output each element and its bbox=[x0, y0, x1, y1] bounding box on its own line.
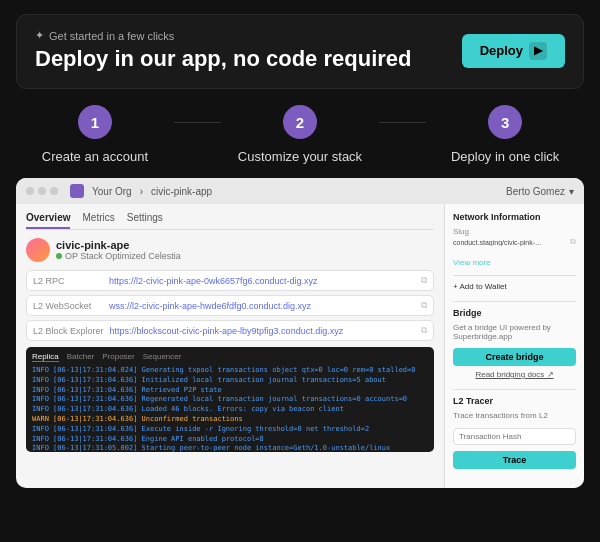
node-avatar bbox=[26, 238, 50, 262]
app-sidebar: Network Information Slug conduct.staging… bbox=[444, 204, 584, 488]
window-controls bbox=[26, 187, 58, 195]
tracer-section: L2 Tracer Trace transactions from L2 Tra… bbox=[453, 396, 576, 469]
terminal-tab-sequencer[interactable]: Sequencer bbox=[143, 352, 182, 362]
link-value-l2explorer[interactable]: https://blockscout-civic-pink-ape-lby9tp… bbox=[110, 326, 415, 336]
terminal-line: INFO [06-13|17:31:04.636] Regenerated lo… bbox=[32, 395, 428, 405]
app-content: Overview Metrics Settings civic-pink-ape… bbox=[16, 204, 584, 488]
topbar-chevron-icon: ▾ bbox=[569, 186, 574, 197]
topbar-org[interactable]: Your Org bbox=[92, 186, 132, 197]
node-details: civic-pink-ape OP Stack Optimized Celest… bbox=[56, 239, 181, 261]
copy-icon-l2wss[interactable]: ⧉ bbox=[421, 300, 427, 311]
terminal-tab-proposer[interactable]: Proposer bbox=[102, 352, 134, 362]
terminal-line: INFO [06-13|17:31:05.002] Starting peer-… bbox=[32, 444, 428, 452]
topbar-project[interactable]: civic-pink-app bbox=[151, 186, 212, 197]
copy-slug-icon[interactable]: ⧉ bbox=[570, 237, 576, 247]
step-1-label: Create an account bbox=[42, 149, 148, 164]
topbar-separator: › bbox=[140, 186, 143, 197]
link-row-l2wss: L2 WebSocket wss://l2-civic-pink-ape-hwd… bbox=[26, 295, 434, 316]
app-topbar: Your Org › civic-pink-app Berto Gomez ▾ bbox=[16, 178, 584, 204]
slug-value: conduct.staging/civic-pink-ape-hw4x5c9p … bbox=[453, 237, 576, 247]
tracer-section-title: L2 Tracer bbox=[453, 396, 576, 406]
app-tabs: Overview Metrics Settings bbox=[26, 212, 434, 230]
node-name: civic-pink-ape bbox=[56, 239, 181, 251]
tracer-description: Trace transactions from L2 bbox=[453, 411, 576, 420]
step-3-number: 3 bbox=[488, 105, 522, 139]
topbar-right: Berto Gomez ▾ bbox=[506, 186, 574, 197]
dot-yellow bbox=[38, 187, 46, 195]
terminal-line: WARN [06-13|17:31:04.636] Unconfirmed tr… bbox=[32, 415, 428, 425]
app-main: Overview Metrics Settings civic-pink-ape… bbox=[16, 204, 444, 488]
network-section-title: Network Information bbox=[453, 212, 576, 222]
link-label-l2explorer: L2 Block Explorer bbox=[33, 326, 104, 336]
copy-icon-l2rpc[interactable]: ⧉ bbox=[421, 275, 427, 286]
dot-red bbox=[26, 187, 34, 195]
slug-label: Slug bbox=[453, 227, 576, 236]
view-more-link[interactable]: View more bbox=[453, 258, 491, 267]
step-2: 2 Customize your stack bbox=[221, 105, 379, 164]
app-logo-icon bbox=[70, 184, 84, 198]
app-window: Your Org › civic-pink-app Berto Gomez ▾ … bbox=[16, 178, 584, 488]
terminal-line: INFO [06-13|17:31:04.636] Execute inside… bbox=[32, 425, 428, 435]
bridge-description: Get a bridge UI powered by Superbridge.a… bbox=[453, 323, 576, 341]
network-section: Network Information Slug conduct.staging… bbox=[453, 212, 576, 291]
terminal-line: INFO [06-13|17:31:04.636] Retrieved P2P … bbox=[32, 386, 428, 396]
read-bridging-link[interactable]: Read bridging docs ↗ bbox=[453, 370, 576, 379]
slug-field: Slug conduct.staging/civic-pink-ape-hw4x… bbox=[453, 227, 576, 247]
deploy-arrow-icon: ▶ bbox=[529, 42, 547, 60]
link-label-l2wss: L2 WebSocket bbox=[33, 301, 103, 311]
terminal-tabs: Replica Batcher Proposer Sequencer bbox=[32, 352, 428, 362]
deploy-button[interactable]: Deploy ▶ bbox=[462, 34, 565, 68]
terminal-tab-batcher[interactable]: Batcher bbox=[67, 352, 95, 362]
link-row-l2explorer: L2 Block Explorer https://blockscout-civ… bbox=[26, 320, 434, 341]
banner-subtitle: ✦ Get started in a few clicks bbox=[35, 29, 412, 42]
trace-button[interactable]: Trace bbox=[453, 451, 576, 469]
terminal-line: INFO [06-13|17:31:04.024] Generating txp… bbox=[32, 366, 428, 376]
node-status: OP Stack Optimized Celestia bbox=[56, 251, 181, 261]
banner-title: Deploy in our app, no code required bbox=[35, 46, 412, 72]
step-divider-2 bbox=[379, 105, 426, 164]
link-label-l2rpc: L2 RPC bbox=[33, 276, 103, 286]
banner-content: ✦ Get started in a few clicks Deploy in … bbox=[35, 29, 412, 72]
step-1: 1 Create an account bbox=[16, 105, 174, 164]
step-divider-1 bbox=[174, 105, 221, 164]
terminal-line: INFO [06-13|17:31:04.636] Loaded 46 bloc… bbox=[32, 405, 428, 415]
tab-overview[interactable]: Overview bbox=[26, 212, 70, 229]
terminal-line: INFO [06-13|17:31:04.636] Engine API ena… bbox=[32, 435, 428, 445]
sidebar-divider-2 bbox=[453, 301, 576, 302]
tab-metrics[interactable]: Metrics bbox=[82, 212, 114, 229]
step-3: 3 Deploy in one click bbox=[426, 105, 584, 164]
bridge-section-title: Bridge bbox=[453, 308, 576, 318]
link-row-l2rpc: L2 RPC https://l2-civic-pink-ape-0wk6657… bbox=[26, 270, 434, 291]
topbar-user[interactable]: Berto Gomez bbox=[506, 186, 565, 197]
step-2-number: 2 bbox=[283, 105, 317, 139]
banner: ✦ Get started in a few clicks Deploy in … bbox=[16, 14, 584, 89]
terminal-output: INFO [06-13|17:31:04.024] Generating txp… bbox=[32, 366, 428, 452]
dot-green bbox=[50, 187, 58, 195]
status-dot-icon bbox=[56, 253, 62, 259]
sidebar-divider-3 bbox=[453, 389, 576, 390]
bridge-section: Bridge Get a bridge UI powered by Superb… bbox=[453, 308, 576, 379]
tx-hash-input[interactable] bbox=[453, 428, 576, 445]
link-value-l2wss[interactable]: wss://l2-civic-pink-ape-hwde6fdfg0.condu… bbox=[109, 301, 415, 311]
copy-icon-l2explorer[interactable]: ⧉ bbox=[421, 325, 427, 336]
step-3-label: Deploy in one click bbox=[451, 149, 559, 164]
step-2-label: Customize your stack bbox=[238, 149, 362, 164]
create-bridge-button[interactable]: Create bridge bbox=[453, 348, 576, 366]
sidebar-divider-1 bbox=[453, 275, 576, 276]
sparkle-icon: ✦ bbox=[35, 29, 44, 42]
tab-settings[interactable]: Settings bbox=[127, 212, 163, 229]
terminal: Replica Batcher Proposer Sequencer INFO … bbox=[26, 347, 434, 452]
step-1-number: 1 bbox=[78, 105, 112, 139]
terminal-tab-replica[interactable]: Replica bbox=[32, 352, 59, 362]
add-wallet-button[interactable]: + Add to Wallet bbox=[453, 282, 576, 291]
link-value-l2rpc[interactable]: https://l2-civic-pink-ape-0wk6657fg6.con… bbox=[109, 276, 415, 286]
steps-row: 1 Create an account 2 Customize your sta… bbox=[0, 99, 600, 178]
terminal-line: INFO [06-13|17:31:04.636] Initialized lo… bbox=[32, 376, 428, 386]
node-info: civic-pink-ape OP Stack Optimized Celest… bbox=[26, 238, 434, 262]
